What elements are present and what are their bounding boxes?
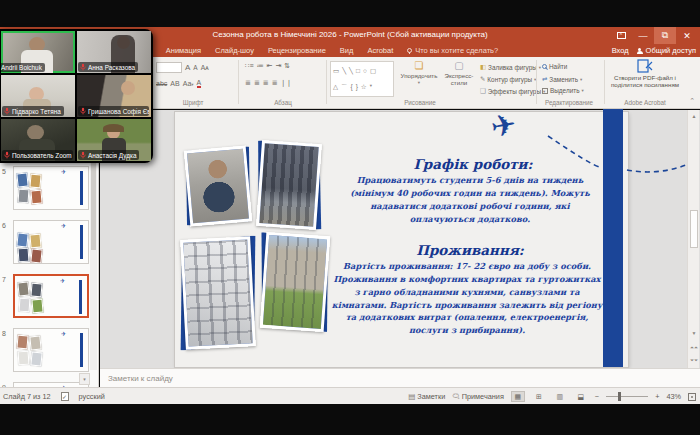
notes-pane[interactable]: Заметки к слайду	[100, 368, 700, 387]
thumbnail-scroll-down-icon[interactable]: ▾	[79, 373, 90, 385]
normal-view-button[interactable]: ▦	[511, 391, 525, 402]
zoom-out-icon[interactable]: −	[595, 392, 599, 401]
slide-heading-accommodation[interactable]: Проживання:	[335, 242, 605, 258]
ribbon-display-options-icon: ^	[617, 32, 626, 39]
slide-sorter-view-button[interactable]: ⊞	[532, 391, 546, 402]
slide-accent-bar[interactable]	[603, 109, 623, 367]
line-spacing-icon[interactable]: ⇅	[284, 62, 290, 70]
video-call-overlay[interactable]: Andrii Boichuk Анна Расказова Підварко Т…	[0, 29, 153, 163]
columns-icon[interactable]: ❘❘	[281, 79, 293, 87]
sign-in-link[interactable]: Вход	[612, 46, 629, 55]
clear-formatting-icon[interactable]: 🗛	[201, 64, 209, 72]
canvas-scrollbar[interactable]: ▲ ▼ ⏶⏶ ⏷⏷	[687, 110, 699, 368]
font-color-icon[interactable]: А	[197, 79, 202, 88]
slide-canvas[interactable]: ✈ Графік роботи: Працюватимуть студен	[100, 110, 700, 368]
zoom-slider[interactable]	[606, 396, 648, 397]
photo-apartment-block[interactable]	[263, 234, 327, 330]
notes-placeholder[interactable]: Заметки к слайду	[108, 374, 173, 383]
acrobat-pdf-icon	[637, 59, 653, 73]
tab-view[interactable]: Вид	[340, 46, 354, 55]
comments-toggle[interactable]: 🗬 Примечания	[452, 392, 504, 401]
ribbon-display-options-button[interactable]: ^	[610, 27, 632, 44]
minimize-button[interactable]: —	[632, 27, 654, 44]
plane-icon: ✈	[61, 330, 66, 337]
paragraph-group-label: Абзац	[245, 99, 321, 106]
status-bar: Слайд 7 из 12 ✓ русский ▤ Заметки 🗬 Прим…	[0, 387, 700, 404]
notes-toggle-label: Заметки	[417, 392, 445, 401]
share-button[interactable]: Общий доступ	[637, 46, 696, 55]
airplane-icon[interactable]: ✈	[488, 106, 519, 145]
slide-heading-work-schedule[interactable]: Графік роботи:	[338, 156, 608, 172]
tab-slideshow[interactable]: Слайд-шоу	[215, 46, 254, 55]
mic-muted-icon	[80, 107, 86, 115]
zoom-level[interactable]: 43%	[666, 392, 681, 401]
arrange-button[interactable]: ❏ Упорядочить ▾	[400, 60, 438, 85]
find-button[interactable]: Найти	[542, 63, 567, 70]
increase-indent-icon[interactable]: ⇥	[275, 62, 281, 70]
photo-white-building[interactable]	[183, 238, 253, 348]
shape-gallery[interactable]: ▭╲╲□○▢ △⌒{}☆▾	[330, 61, 394, 97]
lightbulb-icon	[407, 48, 412, 53]
scroll-down-icon[interactable]: ▼	[688, 328, 700, 338]
spellcheck-icon[interactable]: ✓	[61, 392, 69, 401]
create-pdf-button[interactable]: Створити PDF-файл і поділитися посилання…	[608, 59, 682, 89]
decrease-indent-icon[interactable]: ⇤	[267, 62, 273, 70]
slide-thumbnail-8[interactable]: ✈	[13, 328, 89, 372]
notes-toggle[interactable]: ▤ Заметки	[408, 392, 445, 401]
zoom-slider-thumb[interactable]	[618, 392, 621, 401]
previous-slide-icon[interactable]: ⏶⏶	[688, 342, 700, 352]
video-tile-3[interactable]: Підварко Тетяна	[1, 75, 75, 117]
shape-fill-button[interactable]: ◧ Заливка фигуры▾	[480, 63, 541, 71]
language-indicator[interactable]: русский	[79, 392, 105, 401]
character-spacing-icon[interactable]: АВ	[170, 80, 179, 87]
justify-icon[interactable]: ≣	[272, 79, 278, 87]
shape-outline-button[interactable]: ✎ Контур фигуры▾	[480, 75, 536, 83]
select-button[interactable]: Выделить▾	[542, 87, 584, 94]
video-tile-2[interactable]: Анна Расказова	[77, 31, 151, 73]
video-tile-4[interactable]: Гришанова Софія Єв...	[77, 75, 151, 117]
quick-styles-button[interactable]: ▢ Экспресс-стили	[440, 60, 478, 86]
drawing-group-label: Рисование	[360, 99, 480, 106]
strikethrough-icon[interactable]: abc	[156, 80, 167, 87]
change-case-icon[interactable]: Аа▾	[183, 80, 194, 87]
align-center-icon[interactable]: ≣	[254, 79, 260, 87]
numbering-icon[interactable]: ≔	[257, 62, 264, 70]
replace-button[interactable]: ⇄ Заменить▾	[542, 75, 582, 83]
reading-view-button[interactable]: ▥	[553, 391, 567, 402]
photo-warehouse-worker[interactable]	[187, 148, 249, 224]
participant-name: Гришанова Софія Єв...	[88, 108, 149, 115]
align-right-icon[interactable]: ≣	[263, 79, 269, 87]
slide-thumbnail-6[interactable]: ✈	[13, 220, 89, 264]
tab-animation[interactable]: Анимация	[166, 46, 201, 55]
slide-thumbnail-5[interactable]: ✈	[13, 166, 89, 210]
video-tile-5[interactable]: Пользователь Zoom	[1, 119, 75, 161]
restore-button[interactable]: ⧉	[654, 27, 676, 44]
tell-me-box[interactable]: Что вы хотите сделать?	[407, 46, 498, 55]
close-button[interactable]: ✕	[676, 27, 698, 44]
slide-body-work-schedule[interactable]: Працюватимуть студенти 5-6 днів на тижде…	[337, 174, 603, 225]
notes-icon: ▤	[408, 392, 415, 401]
slide-7[interactable]: ✈ Графік роботи: Працюватимуть студен	[175, 112, 628, 367]
grow-font-icon[interactable]: А	[185, 63, 190, 72]
collapse-ribbon-icon[interactable]: ⌃	[689, 97, 695, 105]
select-label: Выделить	[550, 87, 579, 94]
slide-thumbnail-7-selected[interactable]: ✈	[13, 274, 89, 318]
align-left-icon[interactable]: ≣	[245, 79, 251, 87]
font-size-input[interactable]	[156, 62, 182, 73]
canvas-scrollbar-thumb[interactable]	[690, 210, 698, 248]
video-tile-1[interactable]: Andrii Boichuk	[1, 31, 75, 73]
shrink-font-icon[interactable]: А	[193, 64, 197, 71]
participant-name: Анастасія Дудка	[88, 152, 136, 159]
shape-fill-icon: ◧	[480, 63, 486, 71]
zoom-in-icon[interactable]: +	[655, 392, 659, 401]
fit-slide-to-window-icon[interactable]	[688, 393, 696, 401]
next-slide-icon[interactable]: ⏷⏷	[688, 355, 700, 365]
bullets-icon[interactable]: ∷≡	[245, 62, 254, 70]
tab-review[interactable]: Рецензирование	[268, 46, 326, 55]
photo-cathedral[interactable]	[259, 142, 319, 228]
video-tile-6[interactable]: Анастасія Дудка	[77, 119, 151, 161]
slideshow-button[interactable]: ⬓	[574, 391, 588, 402]
slide-body-accommodation[interactable]: Вартість проживання: 17- 22 євро на добу…	[330, 260, 604, 337]
scroll-up-icon[interactable]: ▲	[688, 111, 700, 121]
tab-acrobat[interactable]: Acrobat	[367, 46, 393, 55]
